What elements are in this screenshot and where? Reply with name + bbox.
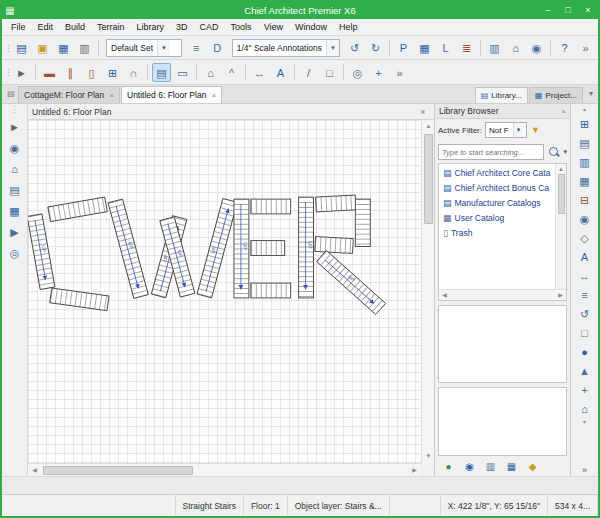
search-options-icon[interactable]: ▾ xyxy=(563,148,567,156)
horizontal-scrollbar[interactable]: ◀ ▶ xyxy=(28,463,421,476)
roof-icon[interactable]: ⌂ xyxy=(201,63,220,82)
tree-item-manufacturer-catalogs[interactable]: ▤ Manufacturer Catalogs xyxy=(439,195,555,210)
opening-icon[interactable]: ∩ xyxy=(124,63,143,82)
tab-untitled6-floor-plan[interactable]: Untitled 6: Floor Plan × xyxy=(121,86,222,103)
stair-run[interactable] xyxy=(48,197,107,222)
panel-menu-icon[interactable]: ▾ xyxy=(584,87,598,101)
redo-icon[interactable]: ↻ xyxy=(366,38,385,57)
stair-run[interactable]: UP xyxy=(299,197,314,298)
stair-run[interactable]: UP xyxy=(28,214,55,290)
close-icon[interactable]: × xyxy=(416,107,430,117)
search-icon[interactable] xyxy=(547,145,561,159)
layer-set-icon[interactable]: ≡ xyxy=(575,285,595,304)
ceiling-icon[interactable]: ^ xyxy=(222,63,241,82)
panel-view-2-icon[interactable]: ▦ xyxy=(503,458,520,475)
scrollbar-thumb[interactable] xyxy=(43,466,193,475)
walkthrough-icon[interactable]: ▶ xyxy=(5,222,24,241)
panel-view-1-icon[interactable]: ▥ xyxy=(482,458,499,475)
tree-item-bonus-catalogs[interactable]: ▤ Chief Architect Bonus Ca xyxy=(439,180,555,195)
menu-help[interactable]: Help xyxy=(333,20,364,34)
select-objects-icon[interactable]: ► xyxy=(12,63,31,82)
scroll-down-icon[interactable]: ▾ xyxy=(583,418,586,427)
scroll-up-icon[interactable]: ▴ xyxy=(583,105,586,114)
straight-stairs-icon[interactable]: ▤ xyxy=(152,63,171,82)
stair-run[interactable] xyxy=(251,241,285,256)
online-catalogs-icon[interactable]: ◉ xyxy=(461,458,478,475)
stair-run[interactable]: UP xyxy=(316,250,385,314)
stair-run[interactable] xyxy=(315,237,354,254)
dimension-icon[interactable]: ↔ xyxy=(250,63,269,82)
cad-box-icon[interactable]: □ xyxy=(320,63,339,82)
elevation-icon[interactable]: ▤ xyxy=(5,180,24,199)
scroll-down-icon[interactable]: ▼ xyxy=(422,450,435,463)
toolbar-grip[interactable]: ⋮ xyxy=(11,106,19,116)
select-tool-icon[interactable]: ► xyxy=(5,117,24,136)
camera-view-icon[interactable]: ◉ xyxy=(527,38,546,57)
stair-run[interactable] xyxy=(50,288,109,311)
zoom-icon[interactable]: ◎ xyxy=(348,63,367,82)
library-search-input[interactable] xyxy=(438,144,544,160)
point-marker-icon[interactable]: ● xyxy=(575,342,595,361)
annotation-scale-combo[interactable]: 1/4" Scale Annotations ▾ xyxy=(232,39,340,57)
help-icon[interactable]: ? xyxy=(555,38,574,57)
object-eyedropper-icon[interactable]: ▤ xyxy=(575,133,595,152)
stair-run[interactable] xyxy=(251,199,291,214)
close-icon[interactable]: × xyxy=(211,91,216,100)
delete-icon[interactable]: ⊟ xyxy=(575,190,595,209)
menu-edit[interactable]: Edit xyxy=(32,20,60,34)
add-object-icon[interactable]: + xyxy=(575,380,595,399)
scrollbar-thumb[interactable] xyxy=(424,134,433,224)
tree-horizontal-scrollbar[interactable]: ◀ ▶ xyxy=(439,289,566,300)
scroll-up-icon[interactable]: ▲ xyxy=(556,164,567,174)
railing-icon[interactable]: ∥ xyxy=(61,63,80,82)
plan-canvas[interactable]: UPUPUPUPUPUPUPUP xyxy=(28,120,421,463)
close-button[interactable]: × xyxy=(578,3,598,18)
stair-run[interactable] xyxy=(355,199,370,246)
plan-views-icon[interactable]: ▦ xyxy=(415,38,434,57)
stair-run[interactable]: UP xyxy=(234,199,249,298)
toolbar-grip[interactable]: ⋮ xyxy=(4,64,9,80)
scroll-up-icon[interactable]: ▲ xyxy=(422,120,435,133)
menu-tools[interactable]: Tools xyxy=(225,20,258,34)
toolbar-overflow-icon[interactable]: » xyxy=(582,465,587,475)
filter-icon[interactable]: ▼ xyxy=(531,125,540,135)
panel-tab-library[interactable]: ▤ Library... xyxy=(475,87,528,103)
overview-icon[interactable]: ⌂ xyxy=(5,159,24,178)
undo-icon[interactable]: ↺ xyxy=(345,38,364,57)
scrollbar-track[interactable] xyxy=(422,225,434,450)
stair-run[interactable]: UP xyxy=(197,198,237,297)
camera-icon[interactable]: ◉ xyxy=(5,138,24,157)
scroll-left-icon[interactable]: ◀ xyxy=(439,290,450,301)
menu-file[interactable]: File xyxy=(5,20,32,34)
toolbar-grip[interactable]: ⋮ xyxy=(4,40,9,56)
print-plan-icon[interactable]: ▥ xyxy=(75,38,94,57)
copy-paste-icon[interactable]: ▥ xyxy=(575,152,595,171)
dock-windows-icon[interactable]: ▤ xyxy=(4,87,18,101)
tree-item-trash[interactable]: ▯ Trash xyxy=(439,225,555,240)
framing-icon[interactable]: ▦ xyxy=(5,201,24,220)
pan-icon[interactable]: + xyxy=(369,63,388,82)
maximize-button[interactable]: □ xyxy=(558,3,578,18)
tree-item-user-catalog[interactable]: ▦ User Catalog xyxy=(439,210,555,225)
annotate-icon[interactable]: ⌂ xyxy=(575,399,595,418)
tree-item-core-catalogs[interactable]: ▤ Chief Architect Core Cata xyxy=(439,165,555,180)
close-icon[interactable]: × xyxy=(561,107,566,116)
new-plan-icon[interactable]: ▤ xyxy=(12,38,31,57)
panel-tab-project[interactable]: ▦ Project... xyxy=(529,87,583,103)
text-style-icon[interactable]: A xyxy=(575,247,595,266)
stair-run[interactable] xyxy=(251,283,291,298)
close-icon[interactable]: × xyxy=(109,91,114,100)
menu-3d[interactable]: 3D xyxy=(170,20,194,34)
library-browser-icon[interactable]: ≣ xyxy=(457,38,476,57)
open-plan-icon[interactable]: ▣ xyxy=(33,38,52,57)
select-next-icon[interactable]: ◉ xyxy=(575,209,595,228)
active-defaults-icon[interactable]: D xyxy=(208,38,227,57)
elevation-marker-icon[interactable]: ▲ xyxy=(575,361,595,380)
layerset-combo[interactable]: Default Set ▾ xyxy=(106,39,182,57)
preview-pane-icon[interactable]: ◆ xyxy=(524,458,541,475)
home-icon[interactable]: ⌂ xyxy=(506,38,525,57)
menu-library[interactable]: Library xyxy=(131,20,171,34)
row-overflow-icon[interactable]: » xyxy=(390,63,409,82)
reflect-icon[interactable]: □ xyxy=(575,323,595,342)
active-filter-combo[interactable]: Not F ▾ xyxy=(485,122,527,138)
